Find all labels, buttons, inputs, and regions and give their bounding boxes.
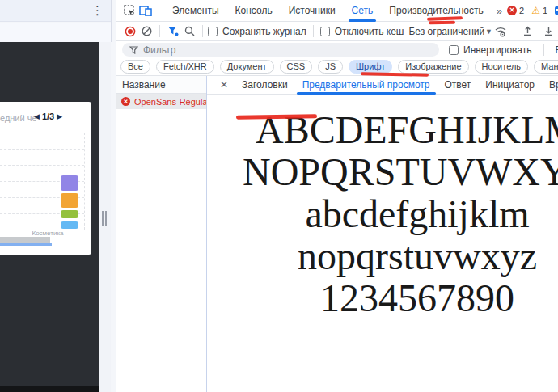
detail-tab[interactable]: Предварительный просмотр (295, 76, 438, 95)
resource-chip[interactable]: Шрифт (349, 60, 392, 74)
chart-axis-line (84, 133, 85, 230)
divider (514, 25, 514, 37)
splitter-handle[interactable] (101, 211, 109, 226)
error-icon: ✕ (507, 6, 517, 15)
filter-input[interactable]: Фильтр (122, 43, 439, 57)
resource-type-chips: ВсеFetch/XHRДокументCSSJSШрифтИзображени… (116, 58, 558, 76)
warning-icon: ⚠ (531, 6, 540, 15)
main-tab[interactable]: Консоль (227, 0, 281, 22)
page-bottom-strip (0, 386, 99, 392)
chart-gridline (0, 133, 84, 133)
divider (313, 25, 314, 37)
import-har-icon[interactable] (519, 23, 535, 40)
devtools-panel: ЭлементыКонсольИсточникиСетьПроизводител… (116, 0, 558, 392)
warning-badge[interactable]: ⚠ 1 (531, 6, 547, 15)
issues-icon (555, 6, 558, 15)
detail-tab[interactable]: Заголовки (235, 76, 295, 95)
filter-toggle-icon[interactable] (165, 23, 181, 40)
resource-chip[interactable]: Носитель (475, 60, 529, 74)
card-pager: ◀ 1/3 ▶ (34, 112, 62, 121)
more-tabs-icon[interactable]: » (492, 5, 507, 17)
resource-chip[interactable]: CSS (280, 60, 313, 74)
divider (543, 44, 544, 56)
resource-chip[interactable]: Документ (220, 60, 274, 74)
clear-icon[interactable] (138, 23, 154, 40)
resource-chip[interactable]: Все (120, 60, 150, 74)
detail-tab[interactable]: Инициатор (478, 76, 542, 95)
pager-next-icon[interactable]: ▶ (57, 113, 62, 120)
font-preview-line: 1234567890 (207, 277, 558, 319)
filter-row: Фильтр Инвертировать Ещё фильтры (116, 41, 558, 58)
preserve-log-checkbox[interactable] (208, 27, 218, 36)
browser-page-area: ⋮ едний че ◀ 1/3 ▶ Косметика (0, 0, 116, 392)
funnel-icon (129, 46, 138, 54)
preserve-log-label: Сохранять журнал (222, 26, 306, 37)
card-scrollbar[interactable] (0, 237, 50, 243)
throttling-value: Без ограничений (408, 26, 484, 37)
font-preview-text: ABCDEFGHIJKLMNOPQRSTUVWXYZabcdefghijklmn… (207, 109, 558, 319)
divider (159, 25, 160, 37)
main-tab[interactable]: Элементы (164, 0, 227, 22)
font-preview-area: ABCDEFGHIJKLMNOPQRSTUVWXYZabcdefghijklmn… (207, 95, 558, 392)
annotation-underline-disable-cache (429, 21, 455, 24)
browser-menu-icon[interactable]: ⋮ (91, 3, 104, 18)
request-detail-panel: ✕ ЗаголовкиПредварительный просмотрОтвет… (207, 76, 558, 392)
disable-cache-checkbox[interactable] (320, 27, 330, 36)
error-badge[interactable]: ✕ 2 (507, 6, 524, 15)
resource-chip[interactable]: JS (318, 60, 343, 74)
pager-prev-icon[interactable]: ◀ (34, 113, 40, 120)
chart-gridline (0, 149, 84, 150)
chart-bar-segment (61, 221, 78, 229)
pager-label: 1/3 (42, 112, 54, 121)
detail-tabs: ✕ ЗаголовкиПредварительный просмотрОтвет… (207, 76, 558, 95)
request-name-header[interactable]: Название (116, 76, 206, 94)
main-tab[interactable]: Сеть (344, 0, 382, 22)
throttling-select[interactable]: Без ограничений ▼ (408, 26, 492, 37)
chart-bar-segment (61, 210, 78, 218)
invert-filter[interactable]: Инвертировать (449, 44, 532, 56)
record-icon[interactable] (122, 23, 138, 40)
font-preview-line: nopqrstuvwxyz (207, 235, 558, 277)
close-icon[interactable]: ✕ (213, 79, 235, 91)
request-error-icon: ✕ (121, 97, 130, 106)
resource-chip[interactable]: Изображение (398, 60, 468, 74)
divider (159, 5, 159, 17)
browser-divider (111, 0, 112, 42)
status-badges: ✕ 2 ⚠ 1 1 (507, 6, 558, 15)
font-preview-line: NOPQRSTUVWXYZ (207, 151, 558, 193)
devtools-tabbar: ЭлементыКонсольИсточникиСетьПроизводител… (116, 0, 558, 22)
slide-card: едний че ◀ 1/3 ▶ Косметика (0, 102, 91, 255)
detail-tab[interactable]: Время (542, 76, 558, 95)
request-list-panel: Название ✕ OpenSans-Regula... (116, 76, 207, 392)
card-title: едний че (0, 113, 37, 123)
chart-category-label: Косметика (23, 230, 73, 237)
chart-bar-segment (61, 175, 78, 191)
device-toolbar-icon[interactable] (137, 2, 154, 19)
main-tab[interactable]: Источники (281, 0, 344, 22)
chart-gridline (0, 165, 84, 166)
search-icon[interactable] (181, 23, 197, 40)
network-conditions-icon[interactable] (492, 23, 509, 40)
resource-chip[interactable]: Манифест (534, 60, 558, 74)
filter-placeholder: Фильтр (143, 44, 175, 56)
resource-chip[interactable]: Fetch/XHR (156, 60, 214, 74)
network-main: Название ✕ OpenSans-Regula... ✕ Заголовк… (116, 76, 558, 392)
divider (202, 25, 203, 37)
more-filters-label[interactable]: Ещё фильтры (556, 44, 558, 56)
export-har-icon[interactable] (540, 23, 556, 40)
error-count: 2 (519, 6, 524, 15)
font-preview-line: abcdefghijklm (207, 193, 558, 235)
invert-checkbox[interactable] (449, 45, 459, 55)
request-row[interactable]: ✕ OpenSans-Regula... (116, 94, 206, 109)
issues-badge[interactable]: 1 (555, 6, 558, 15)
toolbar-right-icons (492, 23, 556, 40)
chevron-down-icon: ▼ (485, 27, 492, 36)
network-toolbar: Сохранять журнал Отключить кеш Без огран… (116, 22, 558, 41)
browser-toolbar: ⋮ (0, 0, 111, 22)
browser-toolbar-row2 (0, 23, 111, 42)
invert-label: Инвертировать (463, 44, 532, 56)
detail-tab[interactable]: Ответ (438, 76, 479, 95)
inspect-element-icon[interactable] (121, 2, 137, 19)
warning-count: 1 (543, 6, 547, 15)
disable-cache-label: Отключить кеш (335, 26, 404, 37)
